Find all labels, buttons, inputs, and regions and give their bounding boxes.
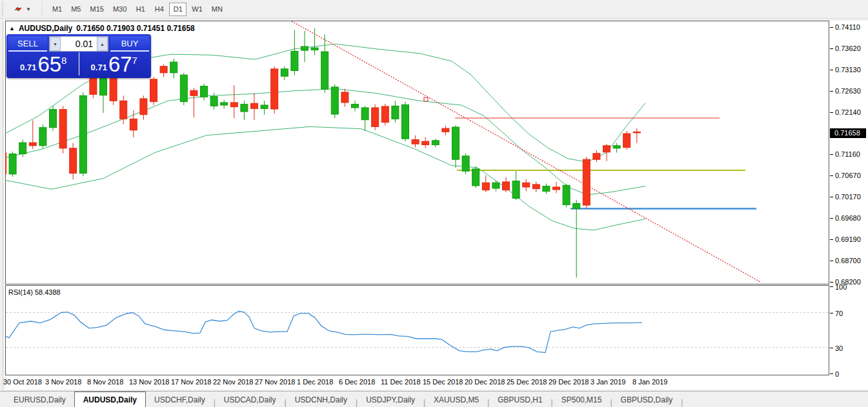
buy-price-display[interactable]: 0.71 67 7	[79, 52, 150, 75]
date-label: 22 Nov 2018	[213, 378, 253, 386]
date-label: 30 Oct 2018	[3, 378, 42, 386]
top-toolbar: ▼ M1M5M15M30H1H4D1W1MN	[0, 0, 868, 19]
current-price-badge: 0.71658	[830, 128, 866, 138]
toolbar-drag-handle[interactable]	[1, 2, 5, 16]
candle-body	[210, 97, 217, 106]
tab-gbpusd-h1[interactable]: GBPUSD,H1	[489, 393, 550, 407]
trendline-midpoint-handle[interactable]	[424, 97, 428, 101]
timeframe-button-d1[interactable]: D1	[169, 3, 187, 16]
buy-price-sup: 7	[132, 55, 137, 66]
volume-increase-button[interactable]: ▲	[97, 37, 108, 51]
tab-xauusd-m5[interactable]: XAUUSD,M5	[425, 393, 487, 407]
candle-body	[150, 79, 157, 102]
volume-decrease-button[interactable]: ▼	[50, 37, 61, 51]
time-axis[interactable]: 30 Oct 20183 Nov 20188 Nov 201813 Nov 20…	[5, 375, 830, 390]
tab-usdcnh-daily[interactable]: USDCNH,Daily	[287, 393, 356, 407]
price-tick-mark	[830, 154, 833, 155]
buy-button[interactable]: BUY	[110, 36, 149, 52]
candle-body	[492, 183, 500, 188]
price-tick-mark	[830, 27, 833, 28]
price-tick-label: 0.71160	[835, 150, 860, 158]
candle-body	[341, 92, 348, 103]
chart-symbol-period: AUDUSD,Daily	[19, 24, 72, 33]
volume-value[interactable]: 0.01	[61, 39, 97, 49]
candle-body	[5, 153, 6, 174]
rsi-tick-mark	[830, 348, 833, 348]
price-axis[interactable]: 0.741100.736200.731300.726300.721400.711…	[830, 21, 868, 390]
candle-body	[39, 128, 46, 146]
candle-body	[230, 103, 237, 107]
toolbar-dropdown-caret[interactable]: ▼	[26, 6, 31, 12]
price-tick-mark	[830, 239, 833, 240]
candle-body	[593, 154, 600, 159]
candle-body	[452, 127, 459, 159]
price-tick-mark	[830, 70, 833, 70]
tab-usdchf-daily[interactable]: USDCHF,Daily	[146, 393, 214, 407]
timeframe-button-mn[interactable]: MN	[208, 3, 227, 16]
candle-body	[623, 134, 631, 147]
candle-body	[532, 184, 540, 189]
tab-eurusd-daily[interactable]: EURUSD,Daily	[5, 393, 74, 407]
rsi-tick-mark	[830, 373, 833, 374]
candle-body	[432, 141, 439, 145]
candle-body	[221, 103, 228, 105]
candle-body	[422, 141, 429, 144]
price-tick-mark	[830, 218, 833, 219]
candle-body	[170, 62, 177, 73]
tab-gbpusd-daily[interactable]: GBPUSD,Daily	[612, 393, 681, 407]
candle-body	[613, 146, 620, 148]
candle-body	[563, 185, 570, 204]
candle-body	[462, 156, 469, 171]
timeframe-button-h1[interactable]: H1	[132, 3, 149, 16]
candle-body	[79, 95, 86, 173]
sell-price-display[interactable]: 0.71 65 8	[8, 52, 79, 75]
tab-audusd-daily[interactable]: AUDUSD,Daily	[74, 392, 146, 407]
date-label: 17 Nov 2018	[171, 378, 211, 386]
candle-body	[301, 46, 308, 50]
candle-body	[442, 128, 449, 132]
price-tick-label: 0.70670	[835, 172, 861, 179]
sell-price-big: 65	[37, 55, 61, 74]
date-label: 27 Nov 2018	[255, 378, 295, 386]
candle-body	[372, 108, 379, 126]
timeframe-button-w1[interactable]: W1	[188, 3, 207, 16]
rsi-tick-label: 30	[835, 344, 843, 352]
collapse-triangle-icon[interactable]: ▲	[9, 25, 15, 32]
sell-button[interactable]: SELL	[8, 36, 47, 52]
chart-arrows-icon[interactable]	[11, 3, 25, 15]
candle-body	[261, 105, 268, 108]
candle-body	[19, 143, 26, 154]
tab-sp500-m15[interactable]: SP500,M15	[553, 393, 611, 407]
rsi-tick-label: 0	[835, 370, 839, 378]
candle-body	[543, 186, 550, 192]
window-left-edge	[3, 21, 5, 390]
candle-body	[130, 119, 137, 130]
candle-body	[271, 69, 278, 109]
date-label: 3 Jan 2019	[590, 378, 625, 386]
candle-body	[583, 159, 590, 205]
timeframe-button-m1[interactable]: M1	[48, 3, 66, 16]
price-tick-label: 0.74110	[835, 23, 860, 31]
tab-separator: |	[681, 395, 683, 407]
price-tick-label: 0.72140	[835, 108, 861, 116]
date-label: 13 Nov 2018	[129, 378, 169, 386]
timeframe-button-m5[interactable]: M5	[67, 3, 85, 16]
date-label: 15 Dec 2018	[423, 378, 463, 386]
candle-body	[523, 183, 530, 187]
volume-stepper: ▼ 0.01 ▲	[49, 36, 108, 52]
candle-body	[190, 90, 197, 95]
timeframe-button-m15[interactable]: M15	[86, 3, 107, 16]
date-label: 29 Dec 2018	[549, 378, 589, 386]
candle-body	[352, 104, 359, 108]
tab-usdjpy-daily[interactable]: USDJPY,Daily	[358, 393, 423, 407]
price-tick-mark	[830, 91, 833, 92]
candle-body	[291, 51, 298, 70]
timeframe-button-h4[interactable]: H4	[150, 3, 168, 16]
candle-body	[241, 104, 248, 112]
candle-body	[392, 106, 399, 119]
timeframe-button-m30[interactable]: M30	[109, 3, 130, 16]
candle-body	[70, 148, 77, 174]
date-label: 25 Dec 2018	[507, 378, 547, 386]
tab-usdcad-daily[interactable]: USDCAD,Daily	[216, 393, 285, 407]
date-label: 1 Dec 2018	[297, 378, 333, 386]
